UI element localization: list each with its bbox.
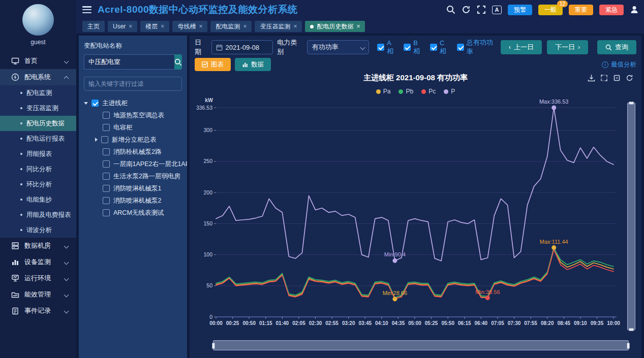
search-icon[interactable] bbox=[446, 5, 455, 14]
checkbox-checked[interactable] bbox=[91, 100, 99, 107]
horizontal-datazoom-slider[interactable] bbox=[213, 340, 629, 350]
checkbox-unchecked[interactable] bbox=[103, 124, 110, 131]
query-button[interactable]: 查询 bbox=[597, 40, 636, 54]
tree-node-一层南1APE2右一层北1APE1左[interactable]: 一层南1APE2右一层北1APE1左 bbox=[84, 158, 182, 170]
date-picker[interactable]: 2021-09-08 bbox=[211, 40, 273, 54]
close-icon[interactable]: × bbox=[243, 23, 247, 30]
data-view-button[interactable]: 数据 bbox=[235, 58, 271, 71]
checkbox-unchecked[interactable] bbox=[103, 112, 110, 119]
vslider-top-handle[interactable] bbox=[629, 102, 634, 105]
series-line-P[interactable] bbox=[216, 108, 614, 261]
sidebar-subitem-谐波分析[interactable]: 谐波分析 bbox=[0, 222, 76, 238]
phase-checkbox-A相[interactable]: A相 bbox=[377, 39, 396, 56]
phase-checkbox-总有功功率[interactable]: 总有功功率 bbox=[457, 38, 497, 56]
vertical-datazoom-slider[interactable] bbox=[627, 103, 635, 330]
tree-node-ARCM无线表测试[interactable]: ARCM无线表测试 bbox=[84, 207, 182, 219]
checkbox-checked[interactable] bbox=[377, 44, 384, 51]
checkbox-unchecked[interactable] bbox=[103, 197, 110, 204]
station-search-button[interactable] bbox=[174, 54, 182, 70]
menu-toggle-icon[interactable] bbox=[82, 6, 91, 13]
next-day-button[interactable]: 下一日 › bbox=[547, 40, 588, 54]
tab-配电监测[interactable]: 配电监测× bbox=[210, 21, 252, 32]
tree-node-主进线柜[interactable]: 主进线柜 bbox=[84, 97, 182, 109]
sidebar-item-事件记录[interactable]: 事件记录 bbox=[0, 303, 76, 319]
tab-母线槽[interactable]: 母线槽× bbox=[172, 21, 207, 32]
series-line-Pb[interactable] bbox=[216, 248, 614, 298]
checkbox-unchecked[interactable] bbox=[103, 209, 110, 216]
checkbox-checked[interactable] bbox=[404, 44, 411, 51]
sidebar-subitem-配电历史数据[interactable]: 配电历史数据 bbox=[0, 116, 76, 131]
refresh-icon[interactable] bbox=[462, 5, 471, 14]
phase-checkbox-C相[interactable]: C相 bbox=[430, 39, 450, 56]
close-icon[interactable]: × bbox=[161, 23, 164, 30]
avatar[interactable] bbox=[22, 4, 54, 36]
sidebar-subitem-环比分析[interactable]: 环比分析 bbox=[0, 177, 76, 192]
sidebar-subitem-配电运行报表[interactable]: 配电运行报表 bbox=[0, 131, 76, 146]
tab-配电历史数据[interactable]: 配电历史数据× bbox=[305, 21, 365, 32]
chart-view-button[interactable]: 图表 bbox=[195, 58, 231, 71]
tree-node-消防喷淋机械泵2[interactable]: 消防喷淋机械泵2 bbox=[84, 194, 182, 207]
close-icon[interactable]: × bbox=[199, 23, 202, 30]
restore-icon[interactable] bbox=[626, 74, 633, 82]
tree-node-地源热泵空调总表[interactable]: 地源热泵空调总表 bbox=[84, 109, 182, 121]
legend-item-P[interactable]: P bbox=[444, 88, 455, 95]
sidebar-subitem-同比分析[interactable]: 同比分析 bbox=[0, 161, 76, 177]
tab-User[interactable]: User× bbox=[108, 21, 137, 32]
sidebar-item-能效管理[interactable]: 能效管理 bbox=[0, 286, 76, 303]
sidebar-item-配电系统[interactable]: 配电系统 bbox=[0, 69, 76, 85]
legend-item-Pa[interactable]: Pa bbox=[376, 88, 391, 95]
sidebar-item-设备监测[interactable]: 设备监测 bbox=[0, 254, 76, 270]
power-category-select[interactable]: 有功功率 bbox=[307, 40, 369, 54]
phase-checkbox-B相[interactable]: B相 bbox=[404, 39, 423, 56]
tree-node-消防喷淋机械泵1[interactable]: 消防喷淋机械泵1 bbox=[84, 182, 182, 194]
hslider-right-handle[interactable] bbox=[627, 343, 630, 349]
tree-node-生活水泵2路一层弱电房[interactable]: 生活水泵2路一层弱电房 bbox=[84, 170, 182, 182]
sidebar-item-首页[interactable]: 首页 bbox=[0, 53, 76, 69]
tab-楼层[interactable]: 楼层× bbox=[140, 21, 169, 32]
legend-item-Pc[interactable]: Pc bbox=[421, 88, 436, 95]
vslider-bottom-handle[interactable] bbox=[629, 328, 634, 331]
tree-node-电容柜[interactable]: 电容柜 bbox=[84, 121, 182, 134]
tree-node-消防栓机械泵2路[interactable]: 消防栓机械泵2路 bbox=[84, 146, 182, 158]
user-icon[interactable] bbox=[630, 5, 639, 14]
alarm-button-一般[interactable]: 一般12 bbox=[538, 5, 563, 15]
alarm-button-紧急[interactable]: 紧急 bbox=[599, 5, 624, 15]
tab-主页[interactable]: 主页 bbox=[82, 21, 105, 32]
tree-filter-input[interactable] bbox=[84, 77, 182, 91]
checkbox-unchecked[interactable] bbox=[103, 185, 110, 192]
sidebar-subitem-配电监测[interactable]: 配电监测 bbox=[0, 85, 76, 101]
checkbox-checked[interactable] bbox=[457, 44, 464, 51]
zoom-reset-icon[interactable] bbox=[613, 74, 621, 82]
prev-day-button[interactable]: ‹ 上一日 bbox=[501, 40, 542, 54]
zoom-select-icon[interactable] bbox=[600, 74, 608, 82]
legend-item-Pb[interactable]: Pb bbox=[398, 88, 413, 95]
sidebar-subitem-用能报表[interactable]: 用能报表 bbox=[0, 146, 76, 161]
series-line-Pc[interactable] bbox=[216, 250, 614, 299]
caret-down-icon[interactable] bbox=[84, 102, 88, 105]
close-icon[interactable]: × bbox=[356, 23, 360, 30]
sidebar-item-数据机房[interactable]: 数据机房 bbox=[0, 238, 76, 254]
sidebar-subitem-变压器监测[interactable]: 变压器监测 bbox=[0, 101, 76, 116]
station-name-input[interactable] bbox=[84, 54, 174, 70]
alarm-button-重要[interactable]: 重要 bbox=[569, 5, 593, 15]
checkbox-checked[interactable] bbox=[430, 44, 437, 51]
tree-node-新增分立柜总表[interactable]: 新增分立柜总表 bbox=[84, 134, 182, 146]
language-icon[interactable]: A bbox=[492, 6, 502, 14]
max-analysis-link[interactable]: i 最值分析 bbox=[602, 60, 636, 69]
tab-变压器监测[interactable]: 变压器监测× bbox=[255, 21, 302, 32]
checkbox-unchecked[interactable] bbox=[103, 173, 110, 180]
series-line-Pa[interactable] bbox=[216, 248, 614, 299]
sidebar-subitem-用能及电费报表[interactable]: 用能及电费报表 bbox=[0, 207, 76, 222]
caret-right-icon[interactable] bbox=[95, 138, 98, 142]
alarm-button-预警[interactable]: 预警 bbox=[508, 5, 532, 15]
close-icon[interactable]: × bbox=[129, 23, 132, 30]
checkbox-unchecked[interactable] bbox=[103, 160, 110, 168]
checkbox-unchecked[interactable] bbox=[101, 136, 108, 143]
close-icon[interactable]: × bbox=[293, 23, 297, 30]
checkbox-unchecked[interactable] bbox=[103, 148, 110, 155]
hslider-left-handle[interactable] bbox=[212, 343, 215, 349]
sidebar-item-运行环境[interactable]: 运行环境 bbox=[0, 270, 76, 286]
sidebar-subitem-电能集抄[interactable]: 电能集抄 bbox=[0, 192, 76, 207]
download-icon[interactable] bbox=[588, 74, 595, 82]
fullscreen-icon[interactable] bbox=[477, 5, 486, 14]
